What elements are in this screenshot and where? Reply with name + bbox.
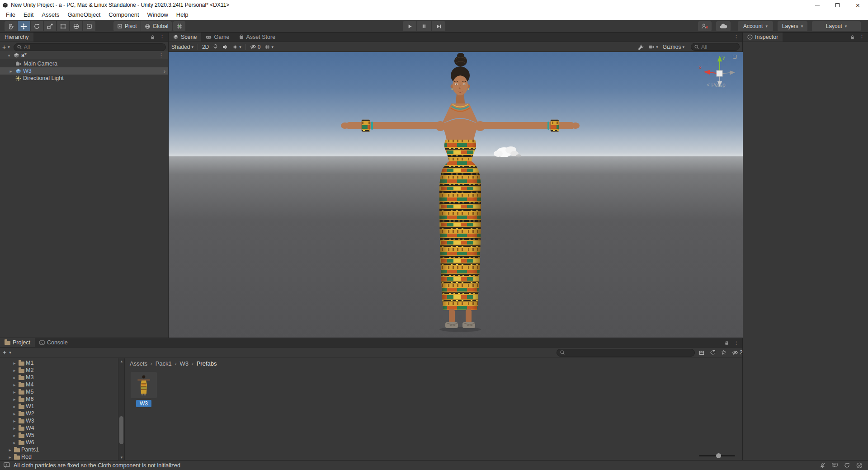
asset-item-w3[interactable]: W3 — [131, 372, 157, 407]
collab-button[interactable] — [698, 21, 712, 31]
folder-row-w6[interactable]: ▸W6 — [0, 439, 34, 446]
folder-row-w5[interactable]: ▸W5 — [0, 432, 34, 439]
lock-icon[interactable] — [150, 35, 155, 40]
background-tasks-icon[interactable] — [856, 462, 863, 469]
asset-label-selected[interactable]: W3 — [136, 400, 151, 407]
breadcrumb-pack1[interactable]: Pack1 — [156, 360, 172, 367]
prefab-open-arrow-icon[interactable]: › — [164, 68, 165, 74]
hierarchy-search-input[interactable] — [14, 43, 166, 51]
rotate-tool-button[interactable] — [31, 21, 43, 31]
folder-row-pants1[interactable]: ▸Pants1 — [0, 446, 39, 453]
hierarchy-item-main-camera[interactable]: Main Camera — [0, 60, 168, 67]
menu-gameobject[interactable]: GameObject — [63, 10, 104, 20]
collapse-icon[interactable]: ▸ — [12, 440, 17, 445]
account-dropdown[interactable]: Account ▾ — [738, 21, 773, 31]
lock-icon[interactable] — [724, 340, 729, 345]
custom-tool-button[interactable] — [83, 21, 95, 31]
collapse-icon[interactable]: ▸ — [12, 368, 17, 373]
component-tools-button[interactable] — [637, 44, 644, 50]
folder-row-w2[interactable]: ▸W2 — [0, 410, 34, 417]
collapse-icon[interactable]: ▸ — [8, 69, 14, 74]
add-object-button[interactable]: + — [2, 43, 6, 51]
folder-row-red[interactable]: ▸Red — [0, 453, 32, 461]
pause-button[interactable] — [417, 21, 431, 31]
cache-server-icon[interactable] — [844, 462, 850, 468]
gizmos-dropdown[interactable]: Gizmos ▾ — [663, 44, 684, 50]
effects-dropdown[interactable]: ▾ — [232, 44, 241, 50]
close-button[interactable]: × — [848, 0, 868, 10]
breadcrumb-assets[interactable]: Assets — [130, 360, 147, 367]
audio-toggle[interactable] — [222, 44, 228, 50]
global-toggle-button[interactable]: Global — [141, 21, 172, 31]
2d-toggle[interactable]: 2D — [202, 44, 209, 50]
folder-row-m2[interactable]: ▸M2 — [0, 367, 33, 374]
collapse-icon[interactable]: ▸ — [12, 382, 17, 387]
tab-hierarchy[interactable]: Hierarchy — [0, 33, 33, 42]
lock-icon[interactable] — [850, 35, 855, 40]
more-menu-icon[interactable]: ⋮ — [160, 35, 165, 40]
menu-help[interactable]: Help — [172, 10, 193, 20]
shading-mode-dropdown[interactable]: Shaded ▾ — [171, 44, 193, 50]
search-by-label-icon[interactable] — [710, 350, 716, 356]
grid-visibility-dropdown[interactable]: ▾ — [264, 44, 274, 50]
layers-dropdown[interactable]: Layers ▾ — [778, 21, 807, 31]
move-tool-button[interactable] — [18, 21, 30, 31]
folder-row-m6[interactable]: ▸M6 — [0, 395, 33, 403]
more-menu-icon[interactable]: ⋮ — [734, 340, 739, 345]
scroll-up-icon[interactable]: ▴ — [118, 359, 125, 363]
gizmo-menu-icon[interactable] — [733, 55, 737, 59]
play-button[interactable] — [403, 21, 416, 31]
folder-row-m5[interactable]: ▸M5 — [0, 388, 33, 395]
menu-window[interactable]: Window — [143, 10, 172, 20]
tab-scene[interactable]: Scene — [169, 33, 201, 42]
hierarchy-item-w3[interactable]: ▸ W3 › — [0, 67, 168, 75]
status-warning-icon[interactable] — [4, 462, 10, 468]
project-search-input[interactable] — [557, 349, 695, 357]
scene-camera-dropdown[interactable]: ▾ — [648, 44, 658, 49]
rect-tool-button[interactable] — [57, 21, 69, 31]
folder-row-w1[interactable]: ▸W1 — [0, 403, 34, 410]
scale-tool-button[interactable] — [44, 21, 56, 31]
lighting-toggle[interactable] — [213, 44, 218, 50]
layout-dropdown[interactable]: Layout ▾ — [812, 21, 861, 31]
collapse-icon[interactable]: ▸ — [12, 418, 17, 423]
collapse-icon[interactable]: ▸ — [7, 455, 13, 460]
more-menu-icon[interactable]: ⋮ — [859, 35, 864, 40]
folder-row-w3[interactable]: ▸W3 — [0, 417, 34, 424]
collapse-icon[interactable]: ▸ — [12, 397, 17, 402]
search-by-type-icon[interactable] — [699, 350, 704, 355]
thumbnail-zoom-slider[interactable] — [699, 455, 735, 456]
scene-root-row[interactable]: ▾ a* ⋮ — [0, 51, 168, 59]
scene-visibility-toggle[interactable]: 0 — [250, 44, 261, 50]
menu-edit[interactable]: Edit — [19, 10, 38, 20]
tab-game[interactable]: Game — [201, 33, 234, 42]
add-asset-dropdown-icon[interactable]: ▾ — [9, 350, 11, 355]
tab-asset-store[interactable]: Asset Store — [234, 33, 280, 42]
scroll-down-icon[interactable]: ▾ — [118, 455, 125, 460]
menu-file[interactable]: File — [2, 10, 19, 20]
collapse-icon[interactable]: ▸ — [7, 447, 13, 452]
folder-row-m1[interactable]: ▸M1 — [0, 359, 33, 367]
hidden-packages-toggle[interactable]: 2 — [732, 349, 743, 356]
breadcrumb-prefabs[interactable]: Prefabs — [197, 360, 217, 367]
collapse-icon[interactable]: ▸ — [12, 433, 17, 438]
minimize-button[interactable] — [807, 0, 827, 10]
folder-row-m4[interactable]: ▸M4 — [0, 381, 33, 388]
collapse-icon[interactable]: ▸ — [12, 426, 17, 431]
breadcrumb-w3[interactable]: W3 — [180, 360, 189, 367]
collapse-icon[interactable]: ▸ — [12, 411, 17, 416]
status-message[interactable]: All cloth particles are fixed so the Clo… — [14, 462, 180, 469]
tab-project[interactable]: Project — [0, 338, 35, 347]
hand-tool-button[interactable] — [5, 21, 17, 31]
scene-viewport[interactable]: y x < Persp — [169, 52, 743, 338]
add-object-dropdown-icon[interactable]: ▾ — [8, 45, 10, 49]
tree-scrollbar[interactable]: ▴ ▾ — [118, 358, 124, 460]
pivot-toggle-button[interactable]: Pivot — [113, 21, 141, 31]
mute-notifications-icon[interactable] — [820, 462, 826, 468]
more-menu-icon[interactable]: ⋮ — [734, 35, 739, 40]
transform-tool-button[interactable] — [70, 21, 82, 31]
tab-console[interactable]: Console — [35, 338, 72, 347]
maximize-button[interactable] — [827, 0, 848, 10]
collapse-icon[interactable]: ▸ — [12, 361, 17, 366]
zoom-slider-thumb[interactable] — [716, 453, 721, 458]
